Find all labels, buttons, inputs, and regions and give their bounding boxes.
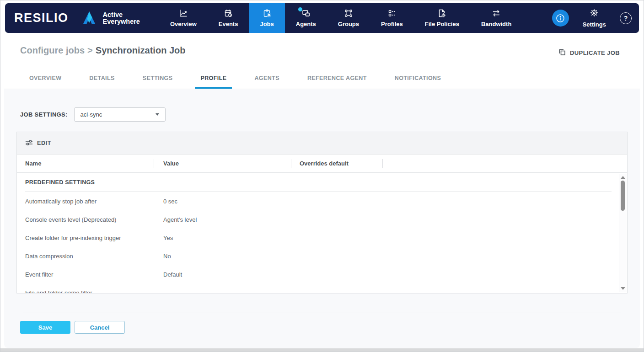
agents-status-dot	[298, 7, 302, 11]
setting-name: Data compression	[25, 253, 154, 260]
settings-label: Settings	[583, 21, 606, 28]
nav-item-label: Groups	[338, 21, 359, 27]
setting-value: Default	[154, 271, 291, 278]
tab-settings[interactable]: SETTINGS	[137, 69, 178, 89]
navbar-right-controls: Settings ?	[552, 8, 632, 28]
nav-item-events[interactable]: Events	[208, 3, 249, 33]
question-mark-icon: ?	[624, 15, 628, 22]
setting-value: Yes	[154, 235, 291, 241]
nav-item-groups[interactable]: Groups	[327, 3, 370, 33]
overview-icon	[179, 9, 188, 18]
nav-item-label: Overview	[170, 21, 197, 27]
duplicate-job-button[interactable]: DUPLICATE JOB	[558, 48, 620, 57]
table-row[interactable]: Automatically stop job after0 sec	[17, 192, 627, 210]
chevron-down-icon	[156, 113, 159, 116]
setting-value: 0 sec	[154, 198, 291, 205]
setting-value: Agent's level	[154, 216, 291, 223]
setting-value: No	[154, 253, 291, 260]
tab-overview[interactable]: OVERVIEW	[24, 69, 67, 89]
table-header-row: Name Value Overrides default	[17, 155, 627, 173]
groups-icon	[344, 9, 353, 18]
edit-button[interactable]: EDIT	[25, 139, 51, 148]
setting-name: Create folder for pre-indexing trigger	[25, 235, 154, 241]
nav-item-file-policies[interactable]: File Policies	[414, 3, 470, 33]
breadcrumb: Configure jobs>Synchronization Job	[20, 45, 185, 56]
top-navbar: RESILIO Active Everywhere OverviewEvents…	[5, 3, 639, 33]
page-header: Configure jobs>Synchronization Job DUPLI…	[4, 36, 640, 57]
footer-actions: Save Cancel	[16, 321, 628, 334]
settings-table: EDIT Name Value Overrides default PREDEF…	[16, 132, 628, 293]
footer-divider	[23, 313, 621, 313]
table-row[interactable]: Create folder for pre-indexing triggerYe…	[17, 229, 627, 247]
duplicate-job-label: DUPLICATE JOB	[570, 49, 620, 56]
info-button[interactable]	[552, 10, 569, 27]
jobs-icon	[263, 9, 272, 18]
tab-profile[interactable]: PROFILE	[195, 69, 232, 89]
nav-item-label: Agents	[296, 21, 316, 27]
bandwidth-icon	[492, 9, 501, 18]
profile-tab-panel: JOB SETTINGS: acl-sync EDIT	[4, 89, 640, 348]
column-header-empty	[383, 155, 627, 172]
main-navigation: OverviewEventsJobsAgentsGroupsProfilesFi…	[159, 3, 522, 33]
table-section-header: PREDEFINED SETTINGS	[25, 173, 612, 192]
nav-item-overview[interactable]: Overview	[159, 3, 208, 33]
active-everywhere-logo: Active Everywhere	[80, 9, 140, 27]
nav-item-label: Profiles	[381, 21, 403, 27]
cancel-button[interactable]: Cancel	[75, 321, 125, 334]
agents-icon	[301, 9, 311, 18]
tab-reference-agent[interactable]: REFERENCE AGENT	[302, 69, 372, 89]
column-header-overrides-default[interactable]: Overrides default	[291, 155, 383, 172]
scrollbar-thumb[interactable]	[621, 181, 625, 211]
nav-item-settings[interactable]: Settings	[583, 8, 606, 28]
nav-item-jobs[interactable]: Jobs	[249, 3, 284, 33]
job-settings-label: JOB SETTINGS:	[20, 111, 68, 118]
page-title: Synchronization Job	[96, 45, 186, 55]
nav-item-profiles[interactable]: Profiles	[370, 3, 414, 33]
scroll-up-arrow-icon[interactable]	[621, 176, 625, 179]
events-icon	[224, 9, 233, 18]
duplicate-icon	[558, 48, 566, 57]
sliders-icon	[25, 139, 33, 148]
nav-item-bandwidth[interactable]: Bandwidth	[470, 3, 522, 33]
tab-agents[interactable]: AGENTS	[249, 69, 285, 89]
nav-item-label: Events	[219, 21, 238, 27]
setting-name: Automatically stop job after	[25, 198, 154, 205]
setting-name: Console events level (Deprecated)	[25, 216, 154, 223]
job-tabs: OVERVIEWDETAILSSETTINGSPROFILEAGENTSREFE…	[4, 69, 640, 89]
active-everywhere-mark-icon	[80, 9, 99, 27]
table-row[interactable]: Data compressionNo	[17, 247, 627, 265]
setting-name: File and folder name filter	[25, 289, 154, 293]
job-settings-selected-value: acl-sync	[80, 111, 102, 118]
resilio-logo: RESILIO	[14, 11, 69, 25]
nav-item-label: Jobs	[260, 21, 274, 27]
column-header-name[interactable]: Name	[25, 155, 154, 172]
breadcrumb-separator: >	[85, 45, 96, 55]
help-button[interactable]: ?	[620, 12, 632, 24]
table-row[interactable]: Console events level (Deprecated)Agent's…	[17, 210, 627, 229]
main-content: Configure jobs>Synchronization Job DUPLI…	[4, 36, 640, 348]
job-settings-row: JOB SETTINGS: acl-sync	[16, 107, 628, 122]
job-settings-select[interactable]: acl-sync	[74, 107, 166, 122]
nav-item-label: File Policies	[425, 21, 459, 27]
column-header-value[interactable]: Value	[154, 155, 291, 172]
file-policies-icon	[437, 9, 446, 18]
breadcrumb-parent[interactable]: Configure jobs	[20, 45, 85, 55]
profiles-icon	[387, 9, 397, 18]
tab-notifications[interactable]: NOTIFICATIONS	[389, 69, 447, 89]
tab-details[interactable]: DETAILS	[84, 69, 120, 89]
edit-label: EDIT	[37, 140, 51, 146]
nav-item-label: Bandwidth	[481, 21, 511, 27]
scroll-down-arrow-icon[interactable]	[621, 287, 625, 290]
window-bottom-edge	[0, 348, 644, 352]
table-row[interactable]: Event filterDefault	[17, 265, 627, 283]
table-toolbar: EDIT	[17, 132, 627, 155]
table-row[interactable]: File and folder name filter	[17, 283, 627, 293]
nav-item-agents[interactable]: Agents	[285, 3, 327, 33]
table-scrollbar[interactable]	[619, 174, 627, 292]
active-everywhere-label: Active Everywhere	[103, 11, 140, 25]
gear-icon	[590, 8, 599, 19]
save-button[interactable]: Save	[20, 321, 70, 334]
setting-name: Event filter	[25, 271, 154, 278]
table-body: PREDEFINED SETTINGS Automatically stop j…	[17, 173, 627, 293]
